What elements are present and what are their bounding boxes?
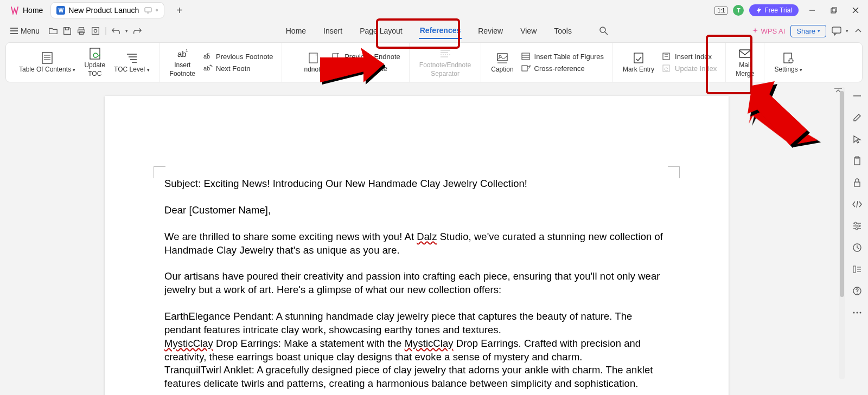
select-arrow-icon[interactable] bbox=[852, 134, 863, 145]
tab-home-ribbon[interactable]: Home bbox=[285, 23, 307, 38]
tab-dot-icon: • bbox=[155, 5, 158, 15]
share-button[interactable]: Share ▾ bbox=[790, 25, 826, 37]
tab-tools[interactable]: Tools bbox=[553, 23, 573, 38]
footnote-separator-button: Footnote/Endnote Separator bbox=[415, 47, 475, 78]
wps-ai-button[interactable]: WPS AI bbox=[751, 27, 786, 35]
lightning-icon bbox=[756, 7, 762, 14]
next-footnote-button[interactable]: ab Next Footn bbox=[203, 64, 273, 73]
insert-footnote-button[interactable]: ab1 Insert Footnote bbox=[165, 47, 200, 78]
tab-home[interactable]: Home bbox=[4, 2, 48, 18]
update-toc-label-1: Update bbox=[84, 61, 105, 69]
cross-ref-label: Cross-reference bbox=[534, 64, 585, 73]
clipboard-icon[interactable] bbox=[852, 156, 863, 166]
update-index-label: Update Index bbox=[675, 64, 717, 73]
free-trial-label: Free Trial bbox=[764, 7, 792, 14]
comments-icon[interactable] bbox=[832, 26, 844, 36]
mail-merge-button[interactable]: Mail Merge bbox=[731, 47, 758, 78]
update-toc-label-2: TOC bbox=[88, 70, 101, 77]
history-icon[interactable] bbox=[852, 242, 863, 253]
doc-para-3[interactable]: EarthElegance Pendant: A stunning handma… bbox=[164, 310, 669, 337]
insert-index-label: Insert Index bbox=[675, 53, 712, 61]
tab-home-label: Home bbox=[23, 6, 43, 15]
document-body[interactable]: Subject: Exciting News! Introducing Our … bbox=[164, 177, 669, 391]
previous-footnote-button[interactable]: ab Previous Footnote bbox=[203, 52, 273, 61]
word-doc-icon: W bbox=[56, 6, 65, 15]
svg-text:1: 1 bbox=[186, 48, 188, 53]
undo-icon[interactable] bbox=[111, 26, 121, 36]
wps-ai-label: WPS AI bbox=[761, 27, 786, 35]
settings-button[interactable]: Settings ▾ bbox=[770, 51, 807, 73]
doc-para-5[interactable]: TranquilTwirl Anklet: A gracefully desig… bbox=[164, 364, 669, 391]
open-folder-icon[interactable] bbox=[48, 26, 58, 36]
svg-rect-53 bbox=[663, 65, 669, 72]
tab-document[interactable]: W New Product Lanuch • bbox=[50, 2, 164, 18]
svg-rect-16 bbox=[92, 28, 99, 35]
scrollbar-thumb[interactable] bbox=[840, 91, 844, 297]
tab-review[interactable]: Review bbox=[477, 23, 504, 38]
comments-dropdown[interactable]: ▾ bbox=[846, 28, 848, 34]
tab-view[interactable]: View bbox=[519, 23, 538, 38]
doc-para-4[interactable]: MysticClay Drop Earrings: Make a stateme… bbox=[164, 337, 669, 364]
scroll-anchor-icon[interactable] bbox=[833, 87, 843, 94]
svg-rect-59 bbox=[854, 158, 860, 165]
vertical-scrollbar[interactable] bbox=[839, 87, 845, 379]
settings-label: Settings bbox=[774, 66, 797, 73]
svg-point-18 bbox=[600, 27, 605, 33]
outline-icon[interactable] bbox=[852, 264, 863, 275]
svg-rect-13 bbox=[79, 28, 84, 30]
tab-page-layout[interactable]: Page Layout bbox=[359, 23, 404, 38]
svg-rect-48 bbox=[522, 66, 527, 71]
more-icon[interactable] bbox=[852, 307, 863, 318]
hamburger-menu[interactable]: Menu bbox=[5, 24, 44, 37]
edit-pencil-icon[interactable] bbox=[852, 112, 863, 123]
sliders-icon[interactable] bbox=[852, 221, 863, 231]
insert-footnote-label-1: Insert bbox=[174, 61, 190, 69]
aspect-ratio-icon[interactable]: 1:1 bbox=[714, 7, 727, 15]
insert-index-button[interactable]: Insert Index bbox=[662, 52, 717, 61]
cross-reference-button[interactable]: Cross-reference bbox=[521, 64, 604, 73]
tab-references[interactable]: References bbox=[419, 23, 462, 39]
caption-button[interactable]: Caption bbox=[487, 51, 518, 73]
table-of-contents-button[interactable]: Table Of Contents ▾ bbox=[15, 51, 80, 73]
free-trial-button[interactable]: Free Trial bbox=[749, 4, 799, 16]
minimize-button[interactable] bbox=[804, 2, 820, 18]
update-toc-button[interactable]: Update TOC bbox=[80, 47, 110, 78]
print-preview-icon[interactable] bbox=[91, 26, 100, 36]
svg-point-75 bbox=[853, 312, 855, 314]
next-footnote-label: Next Footn bbox=[216, 64, 251, 73]
minimize-panel-icon[interactable] bbox=[852, 90, 863, 101]
new-tab-button[interactable]: + bbox=[172, 2, 187, 18]
mark-entry-button[interactable]: Mark Entry bbox=[618, 51, 659, 73]
doc-para-2[interactable]: Our artisans have poured their creativit… bbox=[164, 270, 669, 297]
save-icon[interactable] bbox=[62, 26, 72, 36]
toc-level-button[interactable]: TOC Level ▾ bbox=[110, 51, 154, 73]
doc-greeting[interactable]: Dear [Customer Name], bbox=[164, 204, 669, 217]
user-avatar[interactable]: T bbox=[733, 5, 744, 16]
doc-para-1[interactable]: We are thrilled to share some exciting n… bbox=[164, 230, 669, 257]
svg-text:ab: ab bbox=[203, 65, 210, 72]
insert-tof-label: Insert Table of Figures bbox=[534, 53, 604, 61]
document-page[interactable]: Subject: Exciting News! Introducing Our … bbox=[105, 96, 729, 395]
search-icon[interactable] bbox=[599, 26, 609, 36]
redo-icon[interactable] bbox=[132, 26, 142, 36]
close-button[interactable] bbox=[847, 2, 864, 18]
undo-dropdown[interactable]: ▾ bbox=[125, 28, 128, 34]
collapse-ribbon-icon[interactable] bbox=[854, 27, 863, 35]
doc-subject[interactable]: Subject: Exciting News! Introducing Our … bbox=[164, 177, 669, 191]
svg-point-17 bbox=[94, 29, 97, 32]
tab-insert[interactable]: Insert bbox=[322, 23, 343, 38]
footnote-sep-label-2: Separator bbox=[431, 70, 459, 77]
maximize-button[interactable] bbox=[826, 2, 842, 18]
help-icon[interactable] bbox=[852, 286, 863, 296]
svg-rect-20 bbox=[832, 27, 841, 33]
share-label: Share bbox=[796, 27, 815, 35]
toc-level-label: TOC Level bbox=[114, 66, 145, 73]
mark-entry-label: Mark Entry bbox=[623, 66, 654, 73]
code-icon[interactable] bbox=[852, 199, 863, 210]
svg-rect-61 bbox=[854, 182, 860, 186]
lock-icon[interactable] bbox=[852, 177, 863, 188]
insert-footnote-label-2: Footnote bbox=[170, 70, 195, 77]
print-icon[interactable] bbox=[76, 26, 86, 36]
insert-table-figures-button[interactable]: Insert Table of Figures bbox=[521, 52, 604, 61]
document-canvas[interactable]: Subject: Exciting News! Introducing Our … bbox=[0, 84, 839, 395]
